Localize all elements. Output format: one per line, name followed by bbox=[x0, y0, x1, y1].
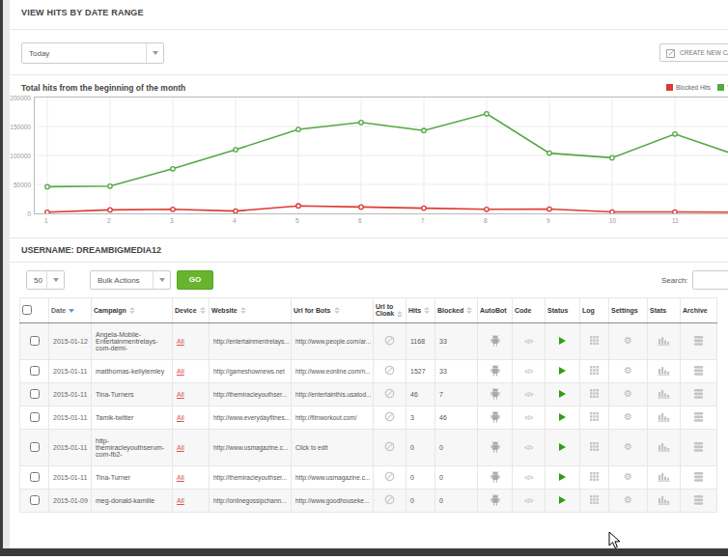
row-checkbox[interactable] bbox=[30, 495, 40, 505]
url-for-bots-cell[interactable]: http://www.goodhouseke... bbox=[292, 489, 374, 512]
row-select-cell[interactable] bbox=[20, 406, 49, 429]
url-to-cloak-cell[interactable] bbox=[374, 322, 406, 359]
stats-cell[interactable] bbox=[648, 322, 681, 359]
website-cell[interactable]: http://www.usmagazine.c... bbox=[210, 429, 292, 465]
row-select-cell[interactable] bbox=[20, 322, 49, 359]
settings-cell[interactable]: ⚙ bbox=[609, 359, 648, 382]
stats-cell[interactable] bbox=[648, 359, 681, 382]
url-for-bots-cell[interactable]: http://entertainthis.usatod... bbox=[292, 382, 374, 406]
column-header-url_to_cloak[interactable]: Url to Cloak bbox=[374, 298, 406, 323]
website-cell[interactable]: http://entertainmentrelays... bbox=[210, 322, 292, 359]
code-cell[interactable]: </> bbox=[513, 359, 546, 382]
autobot-cell[interactable] bbox=[478, 489, 513, 512]
device-link[interactable]: All bbox=[177, 414, 184, 421]
code-cell[interactable]: </> bbox=[513, 489, 546, 512]
status-cell[interactable] bbox=[546, 465, 580, 489]
url-to-cloak-cell[interactable] bbox=[374, 489, 406, 512]
autobot-cell[interactable] bbox=[478, 322, 513, 359]
device-link[interactable]: All bbox=[177, 497, 184, 504]
archive-cell[interactable] bbox=[681, 359, 717, 382]
column-header-hits[interactable]: Hits bbox=[406, 298, 435, 323]
page-size-select[interactable]: 50 bbox=[26, 270, 65, 290]
stats-cell[interactable] bbox=[648, 429, 681, 465]
row-select-cell[interactable] bbox=[20, 382, 49, 406]
stats-cell[interactable] bbox=[648, 489, 681, 512]
code-cell[interactable]: </> bbox=[513, 465, 546, 489]
device-cell[interactable]: All bbox=[173, 322, 210, 359]
create-new-campaign-button[interactable]: CREATE NEW CAMPAIGN bbox=[659, 43, 728, 62]
settings-cell[interactable]: ⚙ bbox=[609, 489, 648, 512]
stats-cell[interactable] bbox=[648, 465, 681, 489]
autobot-cell[interactable] bbox=[478, 406, 513, 429]
settings-cell[interactable]: ⚙ bbox=[609, 382, 648, 406]
device-cell[interactable]: All bbox=[173, 406, 210, 429]
url-to-cloak-cell[interactable] bbox=[374, 429, 406, 465]
device-cell[interactable]: All bbox=[173, 359, 210, 382]
code-cell[interactable]: </> bbox=[513, 406, 546, 429]
row-checkbox[interactable] bbox=[30, 336, 40, 346]
status-cell[interactable] bbox=[546, 429, 580, 465]
url-to-cloak-cell[interactable] bbox=[374, 382, 406, 406]
url-for-bots-cell[interactable]: http://www.usmagazine.c... bbox=[292, 465, 374, 489]
url-to-cloak-cell[interactable] bbox=[374, 359, 406, 382]
status-cell[interactable] bbox=[546, 359, 580, 382]
code-cell[interactable]: </> bbox=[513, 382, 546, 406]
column-header-url_for_bots[interactable]: Url for Bots bbox=[292, 298, 374, 323]
device-link[interactable]: All bbox=[177, 474, 184, 481]
device-cell[interactable]: All bbox=[173, 429, 210, 465]
url-for-bots-cell[interactable]: Click to edit bbox=[292, 429, 374, 465]
status-cell[interactable] bbox=[546, 489, 580, 512]
archive-cell[interactable] bbox=[681, 406, 717, 429]
row-select-cell[interactable] bbox=[20, 489, 49, 512]
website-cell[interactable]: http://themiracleyouthser... bbox=[210, 465, 292, 489]
archive-cell[interactable] bbox=[681, 322, 717, 359]
device-cell[interactable]: All bbox=[173, 489, 210, 512]
log-cell[interactable] bbox=[580, 429, 609, 465]
device-link[interactable]: All bbox=[177, 391, 184, 398]
settings-cell[interactable]: ⚙ bbox=[609, 429, 648, 465]
column-header-blocked[interactable]: Blocked bbox=[435, 298, 478, 323]
url-for-bots-cell[interactable]: http://www.people.com/ar... bbox=[292, 322, 374, 359]
archive-cell[interactable] bbox=[681, 429, 717, 465]
url-to-cloak-cell[interactable] bbox=[374, 406, 406, 429]
device-link[interactable]: All bbox=[177, 368, 184, 375]
url-to-cloak-cell[interactable] bbox=[374, 465, 406, 489]
log-cell[interactable] bbox=[580, 406, 609, 429]
settings-cell[interactable]: ⚙ bbox=[609, 322, 648, 359]
autobot-cell[interactable] bbox=[478, 359, 513, 382]
url-for-bots-cell[interactable]: http://www.eonline.com/n... bbox=[292, 359, 374, 382]
row-checkbox[interactable] bbox=[30, 389, 40, 399]
archive-cell[interactable] bbox=[681, 489, 717, 512]
log-cell[interactable] bbox=[580, 322, 609, 359]
url-for-bots-cell[interactable]: http://fitnworkout.com/ bbox=[292, 406, 374, 429]
settings-cell[interactable]: ⚙ bbox=[609, 465, 648, 489]
date-range-select[interactable]: Today bbox=[21, 42, 164, 64]
column-header-select[interactable] bbox=[20, 298, 49, 323]
code-cell[interactable]: </> bbox=[513, 322, 546, 359]
status-cell[interactable] bbox=[546, 322, 580, 359]
select-all-checkbox[interactable] bbox=[22, 305, 32, 315]
search-input[interactable] bbox=[692, 270, 728, 290]
column-header-campaign[interactable]: Campaign bbox=[92, 298, 173, 323]
row-checkbox[interactable] bbox=[30, 472, 40, 482]
row-select-cell[interactable] bbox=[20, 429, 49, 465]
autobot-cell[interactable] bbox=[478, 382, 513, 406]
autobot-cell[interactable] bbox=[478, 429, 513, 465]
row-checkbox[interactable] bbox=[30, 412, 40, 422]
website-cell[interactable]: http://themiracleyouthser... bbox=[210, 382, 292, 406]
bulk-actions-select[interactable]: Bulk Actions bbox=[90, 270, 171, 290]
status-cell[interactable] bbox=[546, 406, 580, 429]
device-link[interactable]: All bbox=[177, 444, 184, 451]
go-button[interactable]: GO bbox=[177, 270, 213, 290]
column-header-date[interactable]: Date bbox=[49, 298, 92, 323]
archive-cell[interactable] bbox=[681, 465, 717, 489]
device-cell[interactable]: All bbox=[173, 382, 210, 406]
column-header-device[interactable]: Device bbox=[173, 298, 210, 323]
row-checkbox[interactable] bbox=[30, 366, 40, 376]
autobot-cell[interactable] bbox=[478, 465, 513, 489]
log-cell[interactable] bbox=[580, 489, 609, 512]
website-cell[interactable]: http://gameshownews.net bbox=[210, 359, 292, 382]
status-cell[interactable] bbox=[546, 382, 580, 406]
log-cell[interactable] bbox=[580, 382, 609, 406]
row-select-cell[interactable] bbox=[20, 465, 49, 489]
